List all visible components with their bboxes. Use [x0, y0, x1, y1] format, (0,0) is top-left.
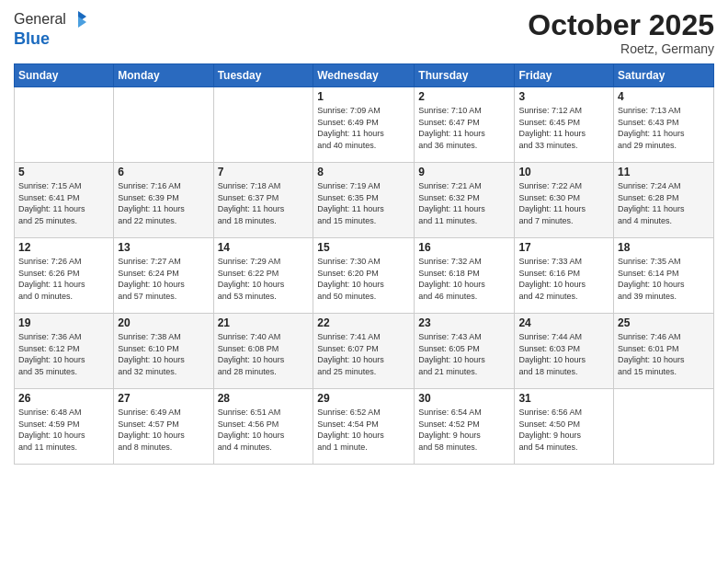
header-row: Sunday Monday Tuesday Wednesday Thursday… [15, 64, 714, 87]
day-number: 12 [18, 241, 109, 254]
day-cell: 22Sunrise: 7:41 AM Sunset: 6:07 PM Dayli… [313, 314, 415, 389]
col-wednesday: Wednesday [313, 64, 415, 87]
week-row-2: 5Sunrise: 7:15 AM Sunset: 6:41 PM Daylig… [15, 163, 714, 238]
day-number: 18 [618, 241, 710, 254]
day-number: 8 [317, 166, 410, 178]
day-info: Sunrise: 7:09 AM Sunset: 6:49 PM Dayligh… [317, 105, 410, 151]
day-cell: 30Sunrise: 6:54 AM Sunset: 4:52 PM Dayli… [415, 389, 515, 465]
day-info: Sunrise: 6:51 AM Sunset: 4:56 PM Dayligh… [218, 407, 310, 453]
day-cell: 17Sunrise: 7:33 AM Sunset: 6:16 PM Dayli… [515, 238, 614, 314]
day-cell: 18Sunrise: 7:35 AM Sunset: 6:14 PM Dayli… [614, 238, 714, 314]
day-info: Sunrise: 7:29 AM Sunset: 6:22 PM Dayligh… [218, 256, 310, 302]
day-number: 20 [118, 316, 209, 329]
day-cell: 20Sunrise: 7:38 AM Sunset: 6:10 PM Dayli… [114, 314, 213, 389]
day-number: 7 [218, 166, 310, 178]
week-row-5: 26Sunrise: 6:48 AM Sunset: 4:59 PM Dayli… [15, 389, 714, 465]
day-number: 19 [18, 316, 109, 329]
day-number: 13 [118, 241, 209, 254]
day-info: Sunrise: 6:54 AM Sunset: 4:52 PM Dayligh… [418, 407, 510, 453]
day-number: 9 [418, 166, 510, 178]
day-cell: 9Sunrise: 7:21 AM Sunset: 6:32 PM Daylig… [415, 163, 515, 238]
day-cell: 14Sunrise: 7:29 AM Sunset: 6:22 PM Dayli… [213, 238, 313, 314]
day-cell: 27Sunrise: 6:49 AM Sunset: 4:57 PM Dayli… [114, 389, 213, 465]
day-number: 6 [118, 166, 209, 178]
day-number: 2 [418, 90, 510, 103]
day-info: Sunrise: 7:40 AM Sunset: 6:08 PM Dayligh… [218, 331, 310, 377]
week-row-4: 19Sunrise: 7:36 AM Sunset: 6:12 PM Dayli… [15, 314, 714, 389]
day-cell: 4Sunrise: 7:13 AM Sunset: 6:43 PM Daylig… [614, 87, 714, 163]
day-info: Sunrise: 7:22 AM Sunset: 6:30 PM Dayligh… [518, 180, 609, 226]
day-info: Sunrise: 7:18 AM Sunset: 6:37 PM Dayligh… [218, 180, 310, 226]
week-row-3: 12Sunrise: 7:26 AM Sunset: 6:26 PM Dayli… [15, 238, 714, 314]
day-cell: 1Sunrise: 7:09 AM Sunset: 6:49 PM Daylig… [313, 87, 415, 163]
day-cell: 16Sunrise: 7:32 AM Sunset: 6:18 PM Dayli… [415, 238, 515, 314]
logo-flag-icon [68, 9, 88, 29]
logo: General Blue [14, 9, 88, 49]
day-info: Sunrise: 7:35 AM Sunset: 6:14 PM Dayligh… [618, 256, 710, 302]
day-info: Sunrise: 7:15 AM Sunset: 6:41 PM Dayligh… [18, 180, 109, 226]
day-number: 5 [18, 166, 109, 178]
logo-general-text: General [14, 11, 66, 28]
day-info: Sunrise: 7:27 AM Sunset: 6:24 PM Dayligh… [118, 256, 209, 302]
day-cell: 25Sunrise: 7:46 AM Sunset: 6:01 PM Dayli… [614, 314, 714, 389]
page: General Blue October 2025 Roetz, Germany… [0, 0, 728, 563]
location: Roetz, Germany [528, 41, 714, 56]
col-friday: Friday [515, 64, 614, 87]
day-cell: 3Sunrise: 7:12 AM Sunset: 6:45 PM Daylig… [515, 87, 614, 163]
col-thursday: Thursday [415, 64, 515, 87]
day-info: Sunrise: 7:33 AM Sunset: 6:16 PM Dayligh… [518, 256, 609, 302]
day-number: 17 [518, 241, 609, 254]
day-cell [114, 87, 213, 163]
day-cell [15, 87, 114, 163]
day-info: Sunrise: 6:49 AM Sunset: 4:57 PM Dayligh… [118, 407, 209, 453]
day-number: 24 [518, 316, 609, 329]
day-info: Sunrise: 7:38 AM Sunset: 6:10 PM Dayligh… [118, 331, 209, 377]
day-cell: 31Sunrise: 6:56 AM Sunset: 4:50 PM Dayli… [515, 389, 614, 465]
day-cell [614, 389, 714, 465]
day-number: 11 [618, 166, 710, 178]
day-cell: 21Sunrise: 7:40 AM Sunset: 6:08 PM Dayli… [213, 314, 313, 389]
day-cell: 7Sunrise: 7:18 AM Sunset: 6:37 PM Daylig… [213, 163, 313, 238]
day-number: 10 [518, 166, 609, 178]
day-info: Sunrise: 6:56 AM Sunset: 4:50 PM Dayligh… [518, 407, 609, 453]
day-cell: 28Sunrise: 6:51 AM Sunset: 4:56 PM Dayli… [213, 389, 313, 465]
day-number: 23 [418, 316, 510, 329]
day-number: 16 [418, 241, 510, 254]
day-info: Sunrise: 7:13 AM Sunset: 6:43 PM Dayligh… [618, 105, 710, 151]
day-info: Sunrise: 7:46 AM Sunset: 6:01 PM Dayligh… [618, 331, 710, 377]
month-title: October 2025 [528, 9, 714, 41]
day-number: 31 [518, 392, 609, 405]
day-cell: 23Sunrise: 7:43 AM Sunset: 6:05 PM Dayli… [415, 314, 515, 389]
col-tuesday: Tuesday [213, 64, 313, 87]
day-number: 3 [518, 90, 609, 103]
day-cell: 13Sunrise: 7:27 AM Sunset: 6:24 PM Dayli… [114, 238, 213, 314]
col-monday: Monday [114, 64, 213, 87]
week-row-1: 1Sunrise: 7:09 AM Sunset: 6:49 PM Daylig… [15, 87, 714, 163]
day-cell [213, 87, 313, 163]
day-number: 22 [317, 316, 410, 329]
day-number: 1 [317, 90, 410, 103]
day-cell: 29Sunrise: 6:52 AM Sunset: 4:54 PM Dayli… [313, 389, 415, 465]
day-number: 29 [317, 392, 410, 405]
day-number: 30 [418, 392, 510, 405]
title-block: October 2025 Roetz, Germany [528, 9, 714, 56]
day-info: Sunrise: 7:24 AM Sunset: 6:28 PM Dayligh… [618, 180, 710, 226]
day-info: Sunrise: 7:10 AM Sunset: 6:47 PM Dayligh… [418, 105, 510, 151]
day-cell: 11Sunrise: 7:24 AM Sunset: 6:28 PM Dayli… [614, 163, 714, 238]
day-info: Sunrise: 7:12 AM Sunset: 6:45 PM Dayligh… [518, 105, 609, 151]
day-number: 28 [218, 392, 310, 405]
day-info: Sunrise: 7:36 AM Sunset: 6:12 PM Dayligh… [18, 331, 109, 377]
day-cell: 24Sunrise: 7:44 AM Sunset: 6:03 PM Dayli… [515, 314, 614, 389]
day-info: Sunrise: 7:26 AM Sunset: 6:26 PM Dayligh… [18, 256, 109, 302]
day-info: Sunrise: 7:30 AM Sunset: 6:20 PM Dayligh… [317, 256, 410, 302]
day-info: Sunrise: 7:16 AM Sunset: 6:39 PM Dayligh… [118, 180, 209, 226]
day-cell: 12Sunrise: 7:26 AM Sunset: 6:26 PM Dayli… [15, 238, 114, 314]
day-cell: 8Sunrise: 7:19 AM Sunset: 6:35 PM Daylig… [313, 163, 415, 238]
day-number: 14 [218, 241, 310, 254]
day-number: 21 [218, 316, 310, 329]
day-info: Sunrise: 7:44 AM Sunset: 6:03 PM Dayligh… [518, 331, 609, 377]
col-saturday: Saturday [614, 64, 714, 87]
day-info: Sunrise: 6:48 AM Sunset: 4:59 PM Dayligh… [18, 407, 109, 453]
day-info: Sunrise: 6:52 AM Sunset: 4:54 PM Dayligh… [317, 407, 410, 453]
logo-blue-text: Blue [14, 29, 88, 49]
